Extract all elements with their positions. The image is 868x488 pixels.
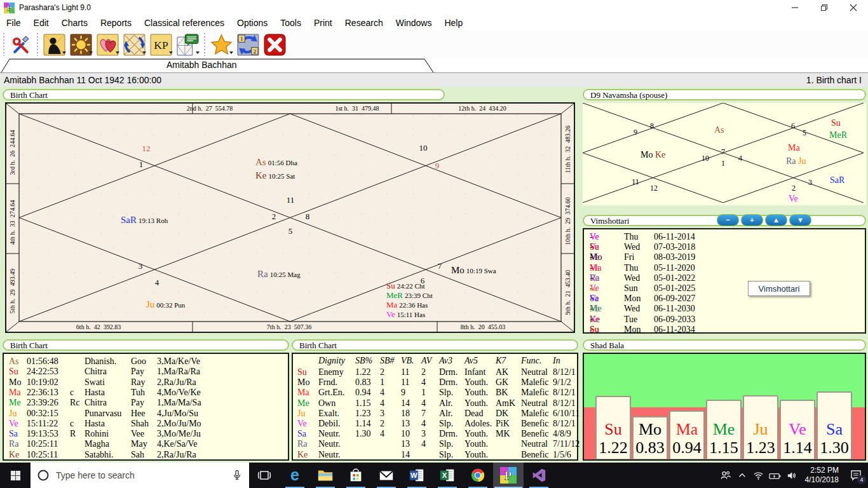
tooltip: Vimshottari [748,281,810,296]
vimshottari-down-button[interactable]: ▼ [789,214,811,226]
menu-tools[interactable]: Tools [274,17,308,29]
dasha-row[interactable]: Ve-SaMon06-09-2027 [584,294,865,304]
microphone-icon[interactable] [231,470,243,481]
shadbala-bar-ve: Ve1.14 [780,400,815,460]
compatibility-button[interactable] [94,32,121,57]
notification-badge: 4 [857,475,866,484]
table-row: As01:56:48Dhanish.Goo3,Ma/Ke/Ve [4,356,288,367]
dasha-date: 05-01-2022 [654,273,695,283]
dasha-row[interactable]: Ve-MoFri08-03-2019 [584,252,865,262]
planet-abbr: Sa [297,429,306,439]
kp-system-button[interactable]: KP [147,32,174,57]
dasha-row[interactable]: Ve-MeWed06-11-2030 [584,304,865,314]
workspace: Birth Chart 2nd h. 27 554.781st h. 31 47… [0,87,868,463]
close-button[interactable] [261,32,288,57]
toolbar-grip [36,33,39,56]
edge-button[interactable]: e [280,463,310,488]
battery-tray-button[interactable] [767,463,783,488]
dasha-row[interactable]: Ve-RaWed05-01-2022 [584,273,865,283]
dasha-row[interactable]: Ve-JuSun05-01-2025 [584,283,865,294]
dasha-row[interactable]: Ve-SuWed07-03-2018 [584,242,865,252]
search-input[interactable] [55,470,231,481]
people-tray-button[interactable] [717,463,734,488]
svg-text:W: W [410,471,417,479]
planet-degree: 24:22:53 [27,367,58,377]
cell: Benefic [521,429,549,439]
menu-help[interactable]: Help [438,17,469,29]
task-view-button[interactable] [249,463,280,488]
house-number: 8 [306,212,310,222]
chrome-button[interactable] [463,463,493,488]
dasha-row[interactable]: Su-SuMon06-11-2034 [584,325,865,335]
house-cusp-label: 3rd h. 26 244.64 [9,130,16,175]
planet-abbr: Ju [146,299,154,309]
action-center-button[interactable]: 4 [844,463,868,488]
table-row: Ve15:11:22cHastaShah2,Mo/Ju/Mo [4,419,288,429]
cell: Neutr. [318,439,341,449]
menu-classical-references[interactable]: Classical references [138,17,231,29]
cell: Own [318,398,336,409]
nakshatra: Satabhi. [85,450,114,460]
menu-print[interactable]: Print [308,17,339,29]
vimshottari-expand-button[interactable]: + [741,214,763,226]
tools-button[interactable] [7,32,34,57]
bar-value: 1.22 [599,438,628,458]
planet-abbr: Ve [9,419,18,429]
start-button[interactable] [0,463,31,488]
close-button[interactable] [839,0,868,15]
cell: 3 [380,409,384,419]
planet-label: MeR [829,130,847,140]
menu-options[interactable]: Options [231,17,274,29]
restore-button[interactable] [810,0,839,15]
menu-charts[interactable]: Charts [55,17,94,29]
visual-studio-button[interactable] [524,463,554,488]
dasha-day: Tue [624,315,637,325]
store-button[interactable] [341,463,371,488]
menu-research[interactable]: Research [339,17,390,29]
taskbar-clock[interactable]: 2:52 PM 4/10/2018 [805,466,839,485]
minimize-button[interactable] [780,0,810,15]
planet-abbr: As [714,125,724,135]
excel-button[interactable]: X [432,463,463,488]
dasha-row[interactable]: Ve-MaThu05-11-2020 [584,263,865,273]
swap-charts-button[interactable]: 12 [234,32,261,57]
taskbar-search[interactable] [31,463,249,488]
cell: Youth. [465,388,488,398]
wifi-tray-button[interactable] [750,463,767,488]
varga-rotate-button[interactable] [121,32,147,57]
birth-data-icon [43,34,65,56]
mail-button[interactable] [371,463,402,488]
menu-windows[interactable]: Windows [390,17,438,29]
compatibility-icon [97,34,119,56]
sun-chart-button[interactable] [67,32,94,57]
vimshottari-controls: −+▲▼ [717,214,811,226]
file-explorer-button[interactable] [310,463,341,488]
planet-label: Ve [789,194,798,204]
panel-title-d9: D9 Navamsha (spouse) [583,89,866,100]
pada-lords: 3,Ma/Ke/Ve [157,356,200,367]
dasha-row[interactable]: Ve-KeTue06-09-2033 [584,315,865,325]
planet-abbr: Mo [9,377,21,388]
parashara-button[interactable]: P [493,463,524,488]
dasha-row[interactable]: Ve-VeThu06-11-2014 [584,232,865,242]
panel-title-birth-chart: Birth Chart [3,89,445,100]
birth-data-button[interactable] [41,32,67,57]
planet-abbr: Ke [297,450,308,460]
show-hidden-icons-button[interactable] [734,463,750,488]
word-button[interactable]: W [402,463,432,488]
vimshottari-up-button[interactable]: ▲ [765,214,787,226]
house-number: 12 [650,184,658,193]
planet-abbr: Ra [257,269,268,279]
dasha-date: 08-03-2019 [654,252,695,262]
panel-title-positions: Birth Chart [3,339,289,351]
volume-tray-button[interactable] [783,463,800,488]
menu-file[interactable]: File [0,17,27,29]
tab-chart[interactable]: Amitabh Bachhan [166,60,237,70]
worksheet-button[interactable] [174,32,201,57]
nakshatra: Rohini [85,429,109,439]
cell: BK [496,388,508,398]
menu-edit[interactable]: Edit [27,17,55,29]
favorites-button[interactable] [208,32,234,57]
vimshottari-collapse-button[interactable]: − [717,214,739,226]
menu-reports[interactable]: Reports [94,17,138,29]
